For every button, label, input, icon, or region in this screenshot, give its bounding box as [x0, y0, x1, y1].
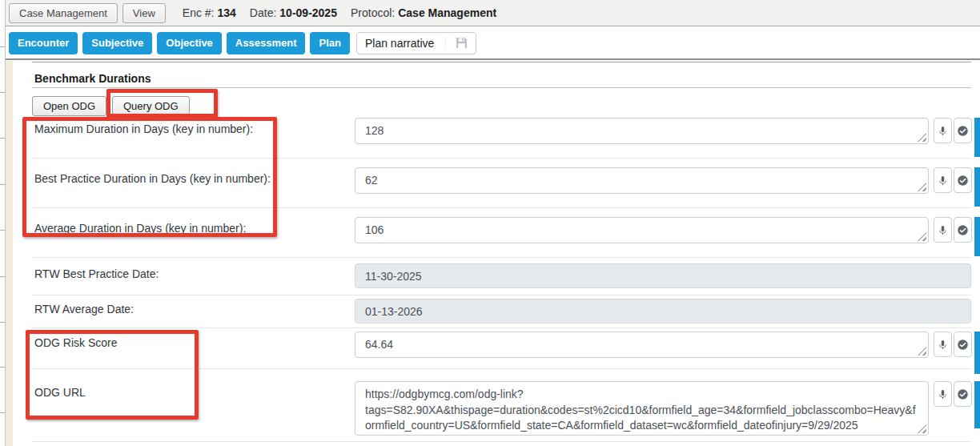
best-practice-duration-field-wrap: 62 [355, 167, 929, 194]
row-separator [32, 368, 971, 369]
field-change-indicator [974, 331, 980, 374]
ruler-tick [0, 92, 5, 93]
ruler-tick [0, 138, 5, 139]
max-duration-field-wrap: 128 [355, 118, 929, 144]
field-change-indicator [974, 217, 980, 256]
microphone-icon [938, 388, 948, 400]
average-duration-confirm-button[interactable] [954, 217, 972, 243]
field-change-indicator [974, 118, 980, 157]
encounter-date: Date:10-09-2025 [250, 6, 337, 19]
odg-risk-score-field-wrap: 64.64 [355, 331, 929, 358]
odg-risk-score-label: ODG Risk Score [34, 336, 117, 349]
tab-plan[interactable]: Plan [310, 32, 349, 54]
odg-url-field-wrap: https://odgbymcg.com/odg-link?tags=S82.9… [355, 381, 929, 436]
plan-narrative-label: Plan narrative [365, 37, 434, 50]
row-separator [32, 158, 971, 159]
query-odg-button[interactable]: Query ODG [112, 96, 190, 116]
odg-risk-score-input[interactable]: 64.64 [355, 331, 929, 358]
row-separator [32, 295, 971, 295]
microphone-icon [938, 224, 948, 236]
check-circle-icon [957, 224, 969, 236]
microphone-icon [938, 339, 948, 351]
tab-encounter[interactable]: Encounter [9, 32, 78, 54]
odg-url-input[interactable]: https://odgbymcg.com/odg-link?tags=S82.9… [355, 381, 929, 436]
average-duration-mic-button[interactable] [934, 217, 952, 243]
encounter-number: Enc #:134 [183, 6, 236, 19]
app-window: Case Management View Enc #:134 Date:10-0… [0, 0, 980, 446]
top-toolbar: Case Management View Enc #:134 Date:10-0… [6, 0, 980, 26]
rtw-average-date-label: RTW Average Date: [34, 303, 134, 315]
protocol: Protocol:Case Management [351, 6, 496, 19]
ruler-tick [0, 184, 5, 185]
ruler-tick [0, 412, 5, 413]
best-practice-duration-mic-button[interactable] [934, 167, 952, 193]
rtw-average-date-input[interactable] [355, 299, 971, 323]
max-duration-mic-button[interactable] [934, 118, 952, 143]
microphone-icon [938, 125, 948, 137]
row-separator [32, 207, 971, 208]
check-circle-icon [957, 339, 969, 351]
ruler-tick [0, 367, 5, 368]
check-circle-icon [957, 125, 969, 137]
rtw-best-practice-date-input[interactable] [355, 263, 971, 288]
heading-underline [32, 87, 971, 88]
panel-top-border [32, 62, 971, 62]
protocol-label: Protocol: [351, 6, 395, 19]
ruler-tick [0, 46, 5, 47]
max-duration-confirm-button[interactable] [954, 118, 972, 143]
date-value: 10-09-2025 [279, 6, 337, 19]
odg-risk-score-confirm-button[interactable] [954, 331, 972, 357]
best-practice-duration-confirm-button[interactable] [954, 167, 972, 193]
rtw-best-practice-date-label: RTW Best Practice Date: [34, 267, 159, 280]
open-odg-button[interactable]: Open ODG [32, 96, 106, 116]
check-circle-icon [957, 175, 969, 187]
ruler-tick [0, 230, 5, 231]
best-practice-duration-input[interactable]: 62 [355, 167, 929, 194]
field-change-indicator [974, 167, 980, 207]
row-separator [32, 441, 971, 442]
tab-subjective[interactable]: Subjective [82, 32, 152, 54]
average-duration-label: Average Duration in Days (key in number)… [34, 222, 246, 235]
date-label: Date: [250, 6, 276, 19]
ruler-tick [0, 276, 5, 277]
page-title: Benchmark Durations [34, 72, 151, 85]
tab-objective[interactable]: Objective [157, 32, 222, 54]
encounter-info: Enc #:134 Date:10-09-2025 Protocol:Case … [183, 6, 510, 19]
view-button[interactable]: View [122, 3, 166, 23]
tab-assessment[interactable]: Assessment [227, 32, 306, 54]
row-separator [32, 257, 971, 258]
average-duration-field-wrap: 106 [355, 217, 929, 243]
odg-risk-score-mic-button[interactable] [934, 331, 952, 357]
odg-url-confirm-button[interactable] [954, 381, 972, 407]
enc-label: Enc #: [183, 6, 215, 19]
protocol-value: Case Management [398, 6, 496, 19]
max-duration-input[interactable]: 128 [355, 118, 929, 144]
ruler-tick [0, 322, 5, 323]
plan-narrative-button[interactable]: Plan narrative [356, 32, 476, 54]
max-duration-label: Maximum Duration in Days (key in number)… [34, 123, 253, 135]
field-change-indicator [974, 381, 980, 428]
row-separator [32, 327, 971, 328]
average-duration-input[interactable]: 106 [355, 217, 929, 243]
section-tab-bar: Encounter Subjective Objective Assessmen… [6, 27, 980, 60]
enc-value: 134 [218, 6, 236, 19]
odg-url-mic-button[interactable] [934, 381, 952, 407]
check-circle-icon [957, 388, 969, 400]
left-panel-strip [6, 61, 13, 446]
best-practice-duration-label: Best Practice Duration in Days (key in n… [34, 172, 271, 185]
floppy-disk-save-icon [445, 37, 468, 49]
odg-url-label: ODG URL [34, 386, 86, 399]
microphone-icon [938, 175, 948, 187]
case-management-button[interactable]: Case Management [9, 3, 118, 23]
